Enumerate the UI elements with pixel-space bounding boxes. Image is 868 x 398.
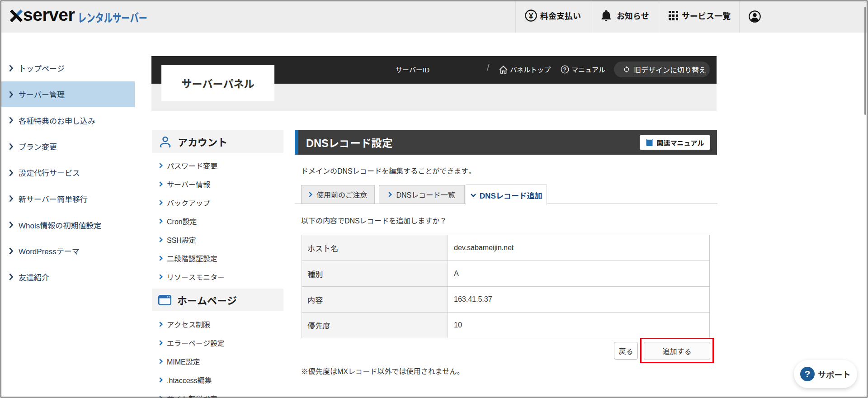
- svg-text:?: ?: [563, 66, 566, 73]
- svg-text:¥: ¥: [529, 11, 533, 20]
